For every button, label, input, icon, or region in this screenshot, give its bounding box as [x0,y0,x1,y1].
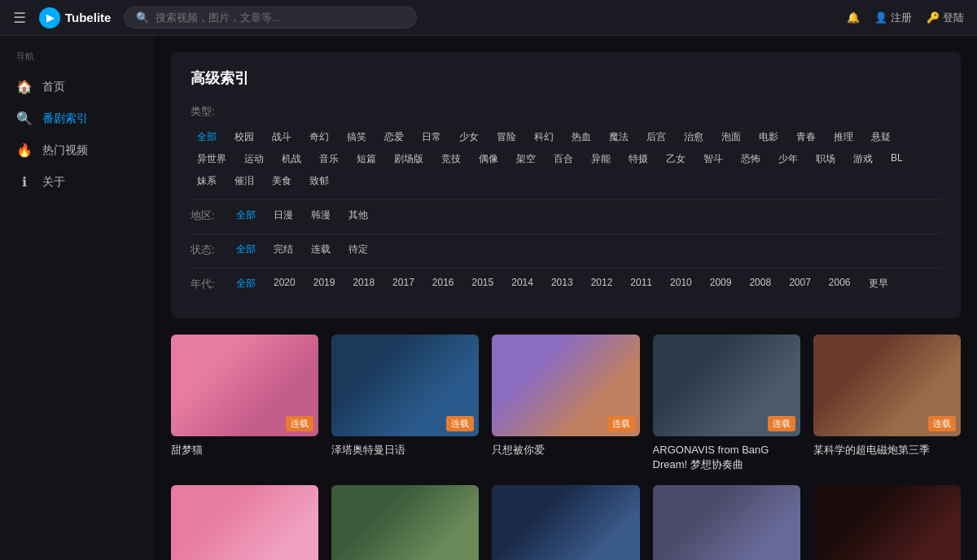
bell-button[interactable]: 🔔 [847,11,860,24]
anime-card-3[interactable]: 连载 只想被你爱 [492,335,639,472]
filter-label-year: 年代: [191,275,220,291]
anime-thumb-10: 12集全 [813,485,961,560]
filter-tag-battle[interactable]: 战斗 [265,129,298,146]
sidebar-item-home[interactable]: 🏠 首页 [0,71,155,103]
filter-tag-horror[interactable]: 恐怖 [734,151,767,168]
filter-tag-music[interactable]: 音乐 [313,151,345,168]
filter-tag-all-type[interactable]: 全部 [191,129,223,146]
sidebar-item-anime-index[interactable]: 🔍 番剧索引 [0,103,155,134]
filter-tag-esper[interactable]: 异能 [585,151,617,168]
anime-card-2[interactable]: 连载 泽塔奥特曼日语 [331,335,479,472]
filter-tag-noodle[interactable]: 泡面 [715,129,747,146]
anime-grid: 连载 甜梦猫 连载 泽塔奥特曼日语 连载 只想被你爱 连载 [171,335,961,560]
filter-tag-campus[interactable]: 校园 [228,129,261,146]
filter-tag-isekai[interactable]: 异世界 [191,151,233,168]
filter-tag-comedy[interactable]: 搞笑 [340,129,373,146]
filter-tag-yuri[interactable]: 百合 [547,151,580,168]
filter-tag-special[interactable]: 特摄 [622,151,655,168]
filter-tag-all-region[interactable]: 全部 [230,207,262,224]
filter-tag-girl[interactable]: 少女 [453,129,485,146]
register-icon: 👤 [874,11,887,24]
filter-tag-mecha[interactable]: 机战 [275,151,308,168]
anime-thumb-4: 连载 [653,335,800,436]
filter-tag-idol[interactable]: 偶像 [472,151,505,168]
filter-tag-2013[interactable]: 2013 [545,275,580,292]
anime-card-8[interactable]: 连载 Deca-Dence [492,485,639,560]
search-input[interactable] [156,11,405,24]
anime-card-10[interactable]: 12集全 时空囚徒 [813,485,961,560]
filter-tag-earlier[interactable]: 更早 [862,275,895,292]
filter-tag-otome[interactable]: 乙女 [659,151,692,168]
filter-tag-2016[interactable]: 2016 [426,275,461,292]
filter-tag-depression[interactable]: 致郁 [303,173,335,190]
filter-tag-work[interactable]: 职场 [809,151,842,168]
menu-icon[interactable]: ☰ [13,9,26,27]
filter-tag-ongoing[interactable]: 连载 [304,241,337,258]
login-button[interactable]: 🔑 登陆 [927,11,964,25]
filter-tag-archspace[interactable]: 架空 [510,151,542,168]
filter-tag-2010[interactable]: 2010 [664,275,699,292]
search-bar[interactable]: 🔍 [124,7,417,28]
filter-tag-all-status[interactable]: 全部 [230,241,262,258]
filter-tag-movie[interactable]: 电影 [752,129,785,146]
filter-tag-2012[interactable]: 2012 [585,275,620,292]
filter-tag-japan[interactable]: 日漫 [267,207,300,224]
filter-tag-pending[interactable]: 待定 [342,241,375,258]
sidebar-label-home: 首页 [42,80,65,94]
filter-tag-finished[interactable]: 完结 [267,241,300,258]
filter-tag-other-region[interactable]: 其他 [342,207,375,224]
filter-tag-2011[interactable]: 2011 [624,275,659,292]
anime-card-7[interactable]: 连载 黑色五叶草 [331,485,479,560]
filter-tag-korea[interactable]: 韩漫 [304,207,337,224]
filter-tag-scifi[interactable]: 科幻 [528,129,560,146]
filter-tag-all-year[interactable]: 全部 [230,275,262,292]
register-button[interactable]: 👤 注册 [874,11,912,25]
anime-thumb-8: 连载 [492,485,639,560]
filter-tag-2015[interactable]: 2015 [466,275,501,292]
logo[interactable]: ▶ Tubelite [39,7,111,28]
filter-tag-daily[interactable]: 日常 [415,129,448,146]
filter-tag-adventure[interactable]: 冒险 [490,129,523,146]
filter-tag-suspense[interactable]: 悬疑 [865,129,897,146]
anime-thumb-3: 连载 [492,335,639,436]
filter-tag-imouto[interactable]: 妹系 [191,173,223,190]
filter-tag-healing[interactable]: 治愈 [677,129,710,146]
filter-tag-2009[interactable]: 2009 [703,275,738,292]
filter-tag-game[interactable]: 游戏 [847,151,879,168]
about-icon: ℹ [16,174,33,190]
filter-tag-bl[interactable]: BL [884,151,909,168]
filter-tag-food[interactable]: 美食 [265,173,298,190]
anime-card-9[interactable]: 12集全 啄木鸟侦探所 [653,485,800,560]
filter-tag-magic[interactable]: 魔法 [602,129,635,146]
filter-tag-2014[interactable]: 2014 [505,275,540,292]
sidebar-item-hot-video[interactable]: 🔥 热门视频 [0,134,155,166]
sidebar-item-about[interactable]: ℹ 关于 [0,166,155,198]
filter-tag-theater[interactable]: 剧场版 [388,151,430,168]
filter-tag-2008[interactable]: 2008 [743,275,778,292]
filter-tag-2017[interactable]: 2017 [386,275,421,292]
filter-tag-short[interactable]: 短篇 [350,151,383,168]
sidebar-label-about: 关于 [42,175,65,190]
filter-tag-boy[interactable]: 少年 [772,151,804,168]
filter-tag-esport[interactable]: 竞技 [435,151,467,168]
anime-card-6[interactable]: 连载 水果篮子第二季 [171,485,318,560]
filter-label-status: 状态: [191,241,220,257]
filter-tag-2020[interactable]: 2020 [267,275,302,292]
anime-card-1[interactable]: 连载 甜梦猫 [171,335,318,472]
filter-tag-sport[interactable]: 运动 [238,151,270,168]
filter-tag-youth[interactable]: 青春 [790,129,822,146]
filter-tag-hotblood[interactable]: 热血 [565,129,598,146]
filter-tag-romance[interactable]: 恋爱 [378,129,410,146]
filter-tag-fantasy[interactable]: 奇幻 [303,129,335,146]
anime-card-5[interactable]: 连载 某科学的超电磁炮第三季 [813,335,961,472]
anime-title-1: 甜梦猫 [171,443,318,457]
filter-tag-tear[interactable]: 催泪 [228,173,261,190]
filter-tag-2019[interactable]: 2019 [307,275,342,292]
filter-tag-2006[interactable]: 2006 [822,275,857,292]
filter-tag-harem[interactable]: 后宫 [640,129,673,146]
anime-card-4[interactable]: 连载 ARGONAVIS from BanG Dream! 梦想协奏曲 [653,335,800,472]
filter-tag-2007[interactable]: 2007 [782,275,817,292]
filter-tag-wisdom[interactable]: 智斗 [697,151,729,168]
filter-tag-2018[interactable]: 2018 [346,275,381,292]
filter-tag-mystery[interactable]: 推理 [827,129,860,146]
